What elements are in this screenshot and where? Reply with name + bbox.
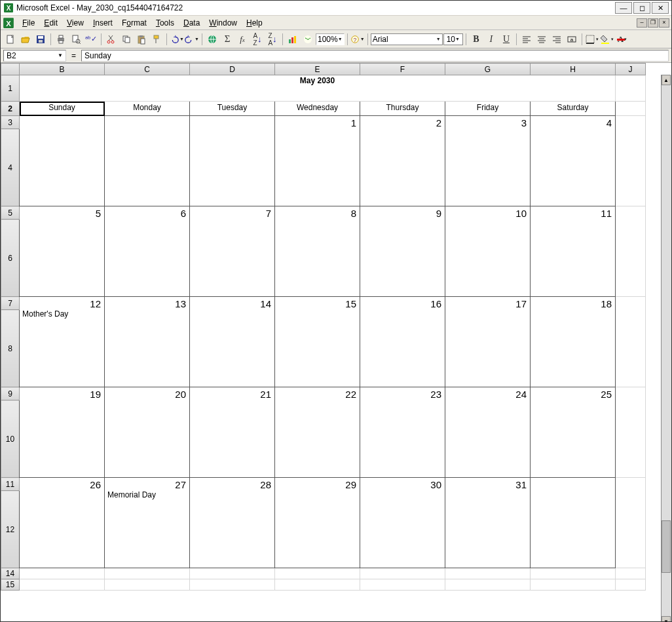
format-painter-icon[interactable]: [149, 32, 164, 47]
calendar-cell[interactable]: 15: [275, 297, 360, 387]
font-size-dropdown[interactable]: 10▼: [443, 33, 463, 45]
redo-icon[interactable]: ▼: [185, 32, 199, 47]
calendar-cell[interactable]: 7: [190, 206, 275, 297]
mdi-restore-button[interactable]: ❐: [648, 18, 658, 28]
menu-tools[interactable]: Tools: [151, 17, 179, 29]
menu-view[interactable]: View: [62, 17, 88, 29]
calendar-cell[interactable]: 10: [445, 206, 531, 297]
calendar-cell[interactable]: 4: [531, 116, 616, 206]
calendar-cell[interactable]: 30: [360, 478, 445, 568]
map-icon[interactable]: [301, 32, 315, 47]
column-header[interactable]: D: [190, 64, 275, 75]
borders-icon[interactable]: ▾: [585, 32, 599, 47]
row-header[interactable]: 14: [1, 568, 20, 579]
align-right-icon[interactable]: [550, 32, 564, 47]
calendar-cell[interactable]: 3: [445, 116, 531, 206]
row-header[interactable]: 12: [1, 491, 20, 568]
font-dropdown[interactable]: Arial▼: [371, 33, 443, 45]
calendar-cell[interactable]: 16: [360, 297, 445, 387]
row-header[interactable]: 11: [1, 478, 20, 491]
row-header[interactable]: 8: [1, 310, 20, 387]
open-icon[interactable]: [18, 32, 33, 47]
column-header[interactable]: F: [360, 64, 445, 75]
calendar-cell[interactable]: 27Memorial Day: [105, 478, 190, 568]
row-header[interactable]: 9: [1, 387, 20, 400]
calendar-cell[interactable]: 22: [275, 387, 360, 478]
align-center-icon[interactable]: [534, 32, 549, 47]
row-header[interactable]: 15: [1, 579, 20, 591]
day-header[interactable]: Friday: [445, 102, 531, 116]
day-header[interactable]: Saturday: [531, 102, 616, 116]
calendar-cell[interactable]: 14: [190, 297, 275, 387]
spellcheck-icon[interactable]: ᵃᵇ✓: [84, 32, 98, 47]
vertical-scrollbar[interactable]: ▲ ▼: [661, 75, 671, 622]
calendar-title[interactable]: May 2030: [20, 75, 616, 102]
column-header[interactable]: J: [616, 64, 646, 75]
calendar-cell[interactable]: [105, 116, 190, 206]
row-header[interactable]: 2: [1, 102, 20, 116]
day-header[interactable]: Thursday: [360, 102, 445, 116]
row-header[interactable]: 3: [1, 116, 20, 129]
zoom-dropdown[interactable]: 100%▼: [316, 33, 345, 45]
calendar-cell[interactable]: 21: [190, 387, 275, 478]
save-icon[interactable]: [33, 32, 48, 47]
mdi-minimize-button[interactable]: –: [637, 18, 647, 28]
column-header[interactable]: E: [275, 64, 360, 75]
calendar-cell[interactable]: [190, 116, 275, 206]
calendar-cell[interactable]: 31: [445, 478, 531, 568]
column-header[interactable]: C: [105, 64, 190, 75]
bold-button[interactable]: B: [469, 32, 483, 47]
new-icon[interactable]: [3, 32, 18, 47]
calendar-cell[interactable]: 5: [20, 206, 105, 297]
calendar-cell[interactable]: 12Mother's Day: [20, 297, 105, 387]
column-header[interactable]: B: [20, 64, 105, 75]
menu-window[interactable]: Window: [204, 17, 242, 29]
hyperlink-icon[interactable]: [205, 32, 219, 47]
calendar-cell[interactable]: 13: [105, 297, 190, 387]
calendar-cell[interactable]: 6: [105, 206, 190, 297]
calendar-cell[interactable]: 29: [275, 478, 360, 568]
row-header[interactable]: 4: [1, 129, 20, 206]
maximize-button[interactable]: ◻: [633, 2, 650, 14]
calendar-cell[interactable]: 19: [20, 387, 105, 478]
day-header[interactable]: Monday: [105, 102, 190, 116]
copy-icon[interactable]: [119, 32, 134, 47]
calendar-cell[interactable]: [20, 116, 105, 206]
undo-icon[interactable]: ▼: [170, 32, 184, 47]
calendar-cell[interactable]: 24: [445, 387, 531, 478]
autosum-icon[interactable]: Σ: [220, 32, 234, 47]
row-header[interactable]: 10: [1, 400, 20, 478]
menu-file[interactable]: File: [18, 17, 39, 29]
calendar-cell[interactable]: 9: [360, 206, 445, 297]
day-header[interactable]: Wednesday: [275, 102, 360, 116]
close-button[interactable]: ✕: [652, 2, 669, 14]
help-icon[interactable]: ?▼: [350, 32, 365, 47]
spreadsheet-grid[interactable]: BCDEFGHJ1May 20302SundayMondayTuesdayWed…: [1, 63, 671, 622]
calendar-cell[interactable]: 20: [105, 387, 190, 478]
calendar-cell[interactable]: 26: [20, 478, 105, 568]
formula-equals[interactable]: =: [71, 51, 76, 60]
fill-color-icon[interactable]: ▾: [600, 32, 614, 47]
sort-desc-icon[interactable]: ZA↓: [265, 32, 280, 47]
calendar-cell[interactable]: 23: [360, 387, 445, 478]
menu-insert[interactable]: Insert: [88, 17, 117, 29]
menu-data[interactable]: Data: [179, 17, 204, 29]
formula-input[interactable]: Sunday: [81, 50, 669, 62]
day-header[interactable]: Sunday: [20, 102, 105, 116]
name-box[interactable]: B2 ▼: [3, 50, 66, 62]
row-header[interactable]: 7: [1, 297, 20, 310]
column-header[interactable]: G: [445, 64, 531, 75]
paste-icon[interactable]: [134, 32, 149, 47]
row-header[interactable]: 6: [1, 220, 20, 297]
chart-wizard-icon[interactable]: [286, 32, 300, 47]
scroll-down-button[interactable]: ▼: [662, 616, 671, 622]
calendar-cell[interactable]: 8: [275, 206, 360, 297]
mdi-close-button[interactable]: ×: [659, 18, 669, 28]
calendar-cell[interactable]: 25: [531, 387, 616, 478]
calendar-cell[interactable]: 28: [190, 478, 275, 568]
calendar-cell[interactable]: 11: [531, 206, 616, 297]
underline-button[interactable]: U: [499, 32, 513, 47]
calendar-cell[interactable]: 18: [531, 297, 616, 387]
align-left-icon[interactable]: [519, 32, 534, 47]
name-box-dropdown-icon[interactable]: ▼: [58, 52, 63, 58]
